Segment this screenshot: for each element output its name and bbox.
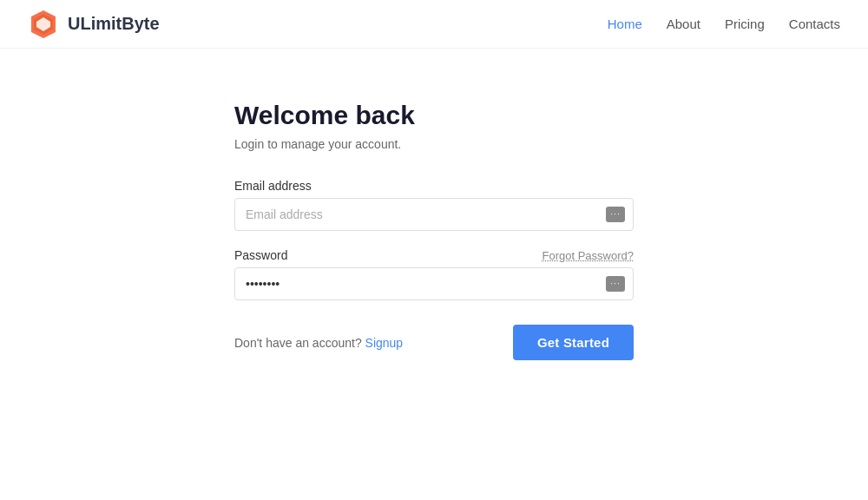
nav-about[interactable]: About (667, 16, 700, 31)
nav-home[interactable]: Home (608, 16, 642, 31)
logo-text: ULimitByte (68, 14, 160, 34)
form-footer: Don't have an account? Signup Get Starte… (234, 325, 634, 360)
email-input-wrapper (234, 198, 634, 231)
site-header: ULimitByte Home About Pricing Contacts (0, 0, 868, 49)
main-nav: Home About Pricing Contacts (608, 16, 840, 31)
password-field-group: Password Forgot Password? (234, 248, 634, 300)
get-started-button[interactable]: Get Started (513, 325, 634, 360)
nav-pricing[interactable]: Pricing (725, 16, 765, 31)
email-label: Email address (234, 179, 312, 193)
login-container: Welcome back Login to manage your accoun… (234, 101, 634, 360)
logo-icon (28, 9, 59, 40)
password-label: Password (234, 248, 287, 262)
password-input-wrapper (234, 267, 634, 300)
password-input[interactable] (234, 267, 634, 300)
login-subtitle: Login to manage your account. (234, 137, 634, 151)
email-input[interactable] (234, 198, 634, 231)
nav-contacts[interactable]: Contacts (789, 16, 840, 31)
email-field-header: Email address (234, 179, 634, 193)
email-field-group: Email address (234, 179, 634, 231)
password-field-header: Password Forgot Password? (234, 248, 634, 262)
main-content: Welcome back Login to manage your accoun… (0, 49, 868, 360)
signup-link[interactable]: Signup (365, 336, 404, 350)
email-input-icon[interactable] (606, 207, 625, 222)
no-account-text: Don't have an account? Signup (234, 336, 403, 350)
forgot-password-link[interactable]: Forgot Password? (542, 249, 635, 262)
logo-area[interactable]: ULimitByte (28, 9, 160, 40)
password-input-icon[interactable] (606, 276, 625, 292)
login-title: Welcome back (234, 101, 634, 130)
